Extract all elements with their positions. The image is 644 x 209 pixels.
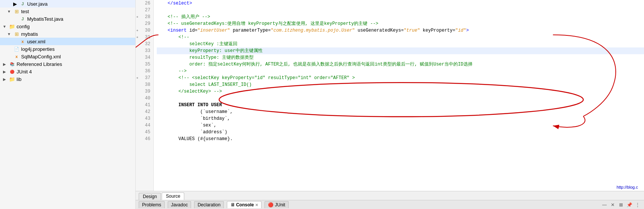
package-icon: ⊞ <box>14 8 20 14</box>
xml-file-icon: x <box>20 38 26 44</box>
line-num-36: 36 <box>136 68 153 75</box>
close-icon[interactable]: ✕ <box>609 201 616 208</box>
sidebar-item-label: test <box>21 9 29 14</box>
console-action-icons: — ✕ ⊠ 📌 ⋮ <box>601 201 641 208</box>
sidebar: ▶ J User.java ▼ ⊞ test J MybatisTest.jav… <box>0 0 136 209</box>
sidebar-item-label: Referenced Libraries <box>17 61 62 67</box>
editor-tabs: Design Source <box>136 191 644 200</box>
main-container: ▶ J User.java ▼ ⊞ test J MybatisTest.jav… <box>0 0 644 209</box>
tab-junit[interactable]: 🔴 JUnit <box>265 201 289 208</box>
code-line-44: `sex`, <box>157 122 644 129</box>
folder-icon: 📁 <box>9 23 15 29</box>
code-line-31: <!-- <box>157 34 644 41</box>
more-icon[interactable]: ⋮ <box>634 201 641 208</box>
sidebar-item-label: lib <box>17 76 21 82</box>
code-line-35: order: 指定selectKey何时执行, AFTER之后, 也就是在插入数… <box>157 61 644 68</box>
editor-area: 26 27 28 29 30 31 32 33 34 35 36 37 38 3… <box>136 0 644 209</box>
line-num-42: 42 <box>136 108 153 115</box>
sidebar-item-label: User.java <box>27 1 47 7</box>
sidebar-item-ref-libs[interactable]: ▶ 📚 Referenced Libraries <box>0 60 135 68</box>
expand-arrow-icon: ▼ <box>6 31 12 37</box>
spacer <box>6 46 12 52</box>
line-numbers: 26 27 28 29 30 31 32 33 34 35 36 37 38 3… <box>136 0 154 191</box>
line-num-34: 34 <box>136 54 153 61</box>
code-line-36: --> <box>157 68 644 75</box>
expand-arrow-icon: ▼ <box>2 23 8 29</box>
sidebar-item-label: user.xml <box>27 39 45 44</box>
line-num-43: 43 <box>136 115 153 122</box>
package-icon: ⊞ <box>14 31 20 37</box>
sidebar-item-label: mybatis <box>21 31 38 37</box>
props-file-icon: 📄 <box>14 46 20 52</box>
code-line-43: `birthday`, <box>157 115 644 122</box>
ref-libs-icon: 📚 <box>9 61 15 67</box>
sidebar-item-config[interactable]: ▼ 📁 config <box>0 23 135 30</box>
url-hint: http://blog.c <box>616 185 638 189</box>
code-line-33: keyProperty: user中的主键属性 <box>157 47 644 54</box>
console-bar: Problems Javadoc Declaration 🖥 Console ✕… <box>136 200 644 209</box>
sidebar-item-lib[interactable]: ▶ 📁 lib <box>0 75 135 83</box>
code-line-26: </select> <box>157 0 644 7</box>
sidebar-item-mybatis-test[interactable]: J MybatisTest.java <box>0 15 135 23</box>
code-line-39: </selectKey> --> <box>157 88 644 95</box>
java-file-icon: J <box>20 1 26 7</box>
expand-arrow-icon: ▶ <box>2 69 8 75</box>
tab-console[interactable]: 🖥 Console ✕ <box>227 201 262 208</box>
code-line-45: `address`) <box>157 129 644 136</box>
line-num-33: 33 <box>136 47 153 54</box>
line-num-45: 45 <box>136 129 153 136</box>
line-num-32: 32 <box>136 41 153 47</box>
expand-arrow-icon: ▶ <box>2 76 8 82</box>
line-num-29: 29 <box>136 20 153 27</box>
code-line-41: INSERT INTO USER <box>157 102 644 108</box>
line-num-44: 44 <box>136 122 153 129</box>
line-num-27: 27 <box>136 7 153 14</box>
code-line-28: <!-- 插入用户 --> <box>157 14 644 20</box>
code-line-29: <!-- useGeneratedKeys:使用自增 keyProperty与之… <box>157 20 644 27</box>
code-line-37: <!-- <selectKey keyProperty="id" resultT… <box>157 75 644 81</box>
code-line-27 <box>157 7 644 14</box>
line-num-31: 31 <box>136 34 153 41</box>
line-num-30: 30 <box>136 27 153 34</box>
arrow-icon: ▶ <box>12 1 18 7</box>
code-line-40 <box>157 95 644 102</box>
sidebar-item-label: MybatisTest.java <box>27 16 63 22</box>
sidebar-item-user-xml[interactable]: x user.xml <box>0 38 135 45</box>
line-num-41: 41 <box>136 102 153 108</box>
java-icon: J <box>20 16 26 22</box>
spacer <box>6 53 12 59</box>
code-line-46: VALUES (#{username}. <box>157 136 644 142</box>
sidebar-item-label: SqlMapConfig.xml <box>21 54 61 59</box>
maximize-icon[interactable]: ⊠ <box>618 201 624 208</box>
tab-design[interactable]: Design <box>139 193 161 200</box>
tab-source[interactable]: Source <box>162 192 184 200</box>
line-num-39: 39 <box>136 88 153 95</box>
line-num-26: 26 <box>136 0 153 7</box>
junit-icon: 🔴 <box>9 69 15 75</box>
sidebar-item-sqlmap[interactable]: x SqlMapConfig.xml <box>0 53 135 60</box>
sidebar-item-label: log4j.properties <box>21 46 55 52</box>
code-area[interactable]: </select> <!-- 插入用户 --> <!-- useGenerate… <box>154 0 644 191</box>
line-num-46: 46 <box>136 136 153 142</box>
sidebar-item-test[interactable]: ▼ ⊞ test <box>0 8 135 15</box>
sidebar-item-label: config <box>17 24 30 29</box>
console-icon: 🖥 <box>230 202 235 207</box>
expand-arrow-icon: ▶ <box>2 61 8 67</box>
sidebar-item-junit4[interactable]: ▶ 🔴 JUnit 4 <box>0 68 135 75</box>
pin-icon[interactable]: 📌 <box>626 201 633 208</box>
sidebar-item-mybatis[interactable]: ▼ ⊞ mybatis <box>0 30 135 38</box>
line-num-35: 35 <box>136 61 153 68</box>
tab-declaration[interactable]: Declaration <box>194 201 224 208</box>
sidebar-item-user-java[interactable]: ▶ J User.java <box>0 0 135 8</box>
tab-problems[interactable]: Problems <box>139 201 165 208</box>
junit-icon: 🔴 <box>268 202 274 207</box>
editor-content: 26 27 28 29 30 31 32 33 34 35 36 37 38 3… <box>136 0 644 191</box>
code-line-42: (`username`, <box>157 108 644 115</box>
code-line-32: selectKey :主键返回 <box>157 41 644 47</box>
minimize-icon[interactable]: — <box>601 201 608 208</box>
java-file-icon <box>12 16 18 22</box>
sidebar-item-log4j[interactable]: 📄 log4j.properties <box>0 45 135 53</box>
expand-arrow-icon: ▼ <box>6 8 12 14</box>
tab-javadoc[interactable]: Javadoc <box>168 201 191 208</box>
spacer <box>12 38 18 44</box>
